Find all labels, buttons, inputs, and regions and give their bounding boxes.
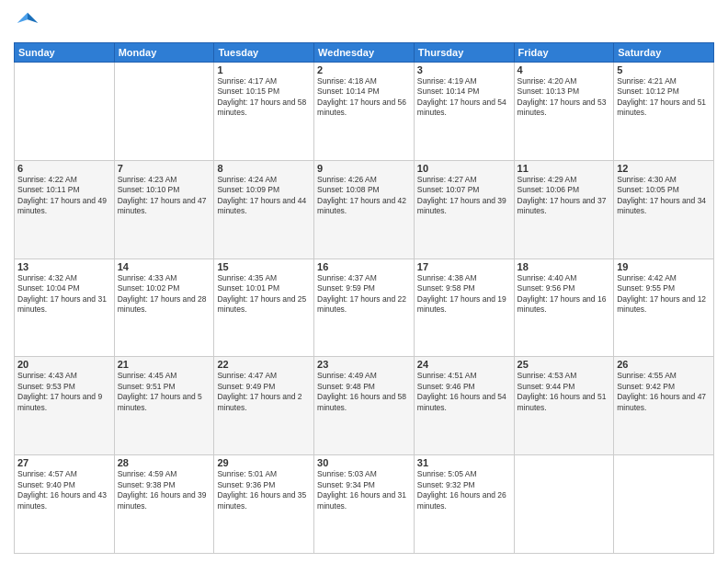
col-header-tuesday: Tuesday (214, 43, 314, 63)
day-info: Sunrise: 4:43 AM Sunset: 9:53 PM Dayligh… (17, 371, 111, 413)
day-number: 8 (217, 163, 311, 174)
svg-marker-0 (28, 13, 38, 23)
day-info: Sunrise: 4:57 AM Sunset: 9:40 PM Dayligh… (17, 469, 111, 511)
calendar-cell: 8Sunrise: 4:24 AM Sunset: 10:09 PM Dayli… (214, 160, 314, 259)
day-info: Sunrise: 4:20 AM Sunset: 10:13 PM Daylig… (518, 76, 611, 119)
day-number: 19 (617, 261, 711, 272)
calendar-cell: 2Sunrise: 4:18 AM Sunset: 10:14 PM Dayli… (314, 63, 415, 161)
day-number: 27 (17, 457, 111, 468)
calendar-cell: 17Sunrise: 4:38 AM Sunset: 9:58 PM Dayli… (414, 259, 514, 357)
calendar-cell: 25Sunrise: 4:53 AM Sunset: 9:44 PM Dayli… (514, 357, 614, 455)
calendar-cell: 24Sunrise: 4:51 AM Sunset: 9:46 PM Dayli… (414, 357, 514, 455)
day-info: Sunrise: 4:40 AM Sunset: 9:56 PM Dayligh… (518, 273, 611, 316)
day-number: 14 (118, 261, 211, 272)
calendar-cell: 1Sunrise: 4:17 AM Sunset: 10:15 PM Dayli… (214, 63, 314, 161)
calendar-cell: 5Sunrise: 4:21 AM Sunset: 10:12 PM Dayli… (614, 63, 714, 161)
logo-icon (14, 9, 41, 37)
calendar-cell: 16Sunrise: 4:37 AM Sunset: 9:59 PM Dayli… (314, 259, 415, 357)
day-info: Sunrise: 4:45 AM Sunset: 9:51 PM Dayligh… (118, 371, 211, 413)
calendar-week-0: 1Sunrise: 4:17 AM Sunset: 10:15 PM Dayli… (15, 63, 714, 161)
day-number: 6 (17, 163, 111, 174)
day-info: Sunrise: 4:53 AM Sunset: 9:44 PM Dayligh… (518, 371, 611, 413)
day-info: Sunrise: 4:32 AM Sunset: 10:04 PM Daylig… (17, 273, 111, 316)
day-number: 15 (217, 261, 311, 272)
day-number: 29 (217, 457, 311, 468)
day-info: Sunrise: 4:35 AM Sunset: 10:01 PM Daylig… (217, 273, 311, 316)
day-number: 18 (518, 261, 611, 272)
calendar-week-2: 13Sunrise: 4:32 AM Sunset: 10:04 PM Dayl… (15, 259, 714, 357)
day-number: 5 (617, 64, 711, 75)
day-number: 17 (417, 261, 511, 272)
calendar-cell: 23Sunrise: 4:49 AM Sunset: 9:48 PM Dayli… (314, 357, 415, 455)
col-header-wednesday: Wednesday (314, 43, 415, 63)
day-info: Sunrise: 4:30 AM Sunset: 10:05 PM Daylig… (617, 175, 711, 217)
svg-marker-1 (17, 13, 28, 23)
day-number: 9 (317, 163, 411, 174)
day-info: Sunrise: 4:55 AM Sunset: 9:42 PM Dayligh… (617, 371, 711, 413)
calendar-cell: 28Sunrise: 4:59 AM Sunset: 9:38 PM Dayli… (114, 455, 214, 554)
logo (14, 9, 43, 37)
calendar-cell: 7Sunrise: 4:23 AM Sunset: 10:10 PM Dayli… (114, 160, 214, 259)
day-info: Sunrise: 4:22 AM Sunset: 10:11 PM Daylig… (17, 175, 111, 217)
day-info: Sunrise: 4:38 AM Sunset: 9:58 PM Dayligh… (417, 273, 511, 316)
day-info: Sunrise: 4:49 AM Sunset: 9:48 PM Dayligh… (317, 371, 411, 413)
day-info: Sunrise: 4:33 AM Sunset: 10:02 PM Daylig… (118, 273, 211, 316)
day-number: 31 (417, 457, 511, 468)
day-number: 13 (17, 261, 111, 272)
calendar-cell: 12Sunrise: 4:30 AM Sunset: 10:05 PM Dayl… (614, 160, 714, 259)
day-info: Sunrise: 4:27 AM Sunset: 10:07 PM Daylig… (417, 175, 511, 217)
calendar-cell: 21Sunrise: 4:45 AM Sunset: 9:51 PM Dayli… (114, 357, 214, 455)
day-number: 4 (518, 64, 611, 75)
day-number: 2 (317, 64, 411, 75)
calendar-cell: 22Sunrise: 4:47 AM Sunset: 9:49 PM Dayli… (214, 357, 314, 455)
day-info: Sunrise: 4:51 AM Sunset: 9:46 PM Dayligh… (417, 371, 511, 413)
calendar-cell: 9Sunrise: 4:26 AM Sunset: 10:08 PM Dayli… (314, 160, 415, 259)
day-number: 25 (518, 359, 611, 370)
col-header-sunday: Sunday (15, 43, 115, 63)
col-header-monday: Monday (114, 43, 214, 63)
day-number: 28 (118, 457, 211, 468)
page: SundayMondayTuesdayWednesdayThursdayFrid… (0, 0, 728, 563)
day-info: Sunrise: 4:47 AM Sunset: 9:49 PM Dayligh… (217, 371, 311, 413)
day-number: 12 (617, 163, 711, 174)
calendar-cell: 20Sunrise: 4:43 AM Sunset: 9:53 PM Dayli… (15, 357, 115, 455)
day-number: 30 (317, 457, 411, 468)
calendar-cell: 29Sunrise: 5:01 AM Sunset: 9:36 PM Dayli… (214, 455, 314, 554)
header (14, 9, 714, 37)
day-number: 24 (417, 359, 511, 370)
calendar-cell: 6Sunrise: 4:22 AM Sunset: 10:11 PM Dayli… (15, 160, 115, 259)
day-info: Sunrise: 4:29 AM Sunset: 10:06 PM Daylig… (518, 175, 611, 217)
day-info: Sunrise: 4:19 AM Sunset: 10:14 PM Daylig… (417, 76, 511, 119)
calendar-cell: 27Sunrise: 4:57 AM Sunset: 9:40 PM Dayli… (15, 455, 115, 554)
calendar-cell: 14Sunrise: 4:33 AM Sunset: 10:02 PM Dayl… (114, 259, 214, 357)
day-number: 1 (217, 64, 311, 75)
calendar-cell: 11Sunrise: 4:29 AM Sunset: 10:06 PM Dayl… (514, 160, 614, 259)
day-info: Sunrise: 4:37 AM Sunset: 9:59 PM Dayligh… (317, 273, 411, 316)
day-info: Sunrise: 4:23 AM Sunset: 10:10 PM Daylig… (118, 175, 211, 217)
calendar-cell (614, 455, 714, 554)
day-number: 11 (518, 163, 611, 174)
day-number: 7 (118, 163, 211, 174)
calendar-week-4: 27Sunrise: 4:57 AM Sunset: 9:40 PM Dayli… (15, 455, 714, 554)
day-number: 22 (217, 359, 311, 370)
calendar-cell (514, 455, 614, 554)
day-info: Sunrise: 4:42 AM Sunset: 9:55 PM Dayligh… (617, 273, 711, 316)
calendar-cell: 10Sunrise: 4:27 AM Sunset: 10:07 PM Dayl… (414, 160, 514, 259)
day-number: 16 (317, 261, 411, 272)
calendar-cell (114, 63, 214, 161)
col-header-saturday: Saturday (614, 43, 714, 63)
day-number: 26 (617, 359, 711, 370)
calendar-week-3: 20Sunrise: 4:43 AM Sunset: 9:53 PM Dayli… (15, 357, 714, 455)
calendar-cell: 30Sunrise: 5:03 AM Sunset: 9:34 PM Dayli… (314, 455, 415, 554)
calendar-header-row: SundayMondayTuesdayWednesdayThursdayFrid… (15, 43, 714, 63)
calendar-cell: 15Sunrise: 4:35 AM Sunset: 10:01 PM Dayl… (214, 259, 314, 357)
day-info: Sunrise: 4:18 AM Sunset: 10:14 PM Daylig… (317, 76, 411, 119)
day-number: 10 (417, 163, 511, 174)
day-info: Sunrise: 4:26 AM Sunset: 10:08 PM Daylig… (317, 175, 411, 217)
calendar-week-1: 6Sunrise: 4:22 AM Sunset: 10:11 PM Dayli… (15, 160, 714, 259)
day-number: 20 (17, 359, 111, 370)
day-info: Sunrise: 5:05 AM Sunset: 9:32 PM Dayligh… (417, 469, 511, 511)
calendar-cell: 26Sunrise: 4:55 AM Sunset: 9:42 PM Dayli… (614, 357, 714, 455)
calendar-cell: 19Sunrise: 4:42 AM Sunset: 9:55 PM Dayli… (614, 259, 714, 357)
day-info: Sunrise: 4:17 AM Sunset: 10:15 PM Daylig… (217, 76, 311, 119)
